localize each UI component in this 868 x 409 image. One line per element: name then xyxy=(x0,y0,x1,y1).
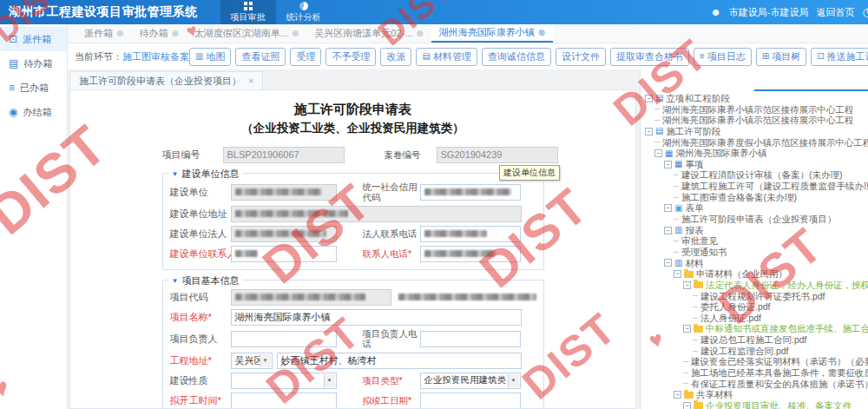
tree-node[interactable]: 湖州海亮国际康养度假小镇示范区接待展示中心工程 xyxy=(641,137,868,148)
document-tab[interactable]: 湖州海亮国际康养小镇 ⊗ xyxy=(431,24,553,43)
toolbar-button[interactable]: ≡ 项目日志 xyxy=(694,48,752,66)
tree-node[interactable]: − ▤ 立项和工程阶段 xyxy=(641,93,868,104)
right-panel-tab[interactable] xyxy=(754,69,868,91)
expand-icon[interactable]: − xyxy=(683,402,691,409)
document-tab[interactable]: 待办箱 ⊗ xyxy=(131,24,186,43)
sidebar-item[interactable]: ▤ 待办箱 xyxy=(0,51,67,76)
type-select[interactable]: 企业投资民用建筑类▾ xyxy=(420,373,521,389)
toolbar-button[interactable]: 提取审查合格书 xyxy=(610,48,689,66)
legal-phone-input[interactable] xyxy=(420,226,521,242)
tree-node[interactable]: 有保证工程质量和安全的具体措施（承诺书）（必要）（建筑工 xyxy=(641,379,868,390)
expand-icon[interactable]: − xyxy=(683,281,691,289)
phase-icon: ▤ xyxy=(655,94,663,102)
tree-node[interactable]: − 中标通知书或直接发包批准手续、施工合同（必要）（建筑工 xyxy=(641,323,868,334)
sidebar-item[interactable]: ◉ 办结箱 xyxy=(0,100,67,124)
right-panel-tab[interactable] xyxy=(641,69,754,91)
tree-node[interactable]: − 企业投资项目审批、核准、备案文件 xyxy=(641,400,868,409)
tree-node[interactable]: 施工场地已经基本具备施工条件，需要征收房屋的，其进度符合 xyxy=(641,367,868,379)
contact-input[interactable] xyxy=(231,246,337,262)
toolbar-button[interactable]: 设计文件 xyxy=(556,48,606,66)
project-name-input[interactable]: 湖州海亮国际康养小镇 xyxy=(231,309,522,326)
close-icon[interactable]: ⊗ xyxy=(171,29,178,38)
start-date-input[interactable] xyxy=(231,393,337,409)
expand-icon[interactable]: − xyxy=(674,391,681,399)
toolbar-button[interactable]: 不予受理 xyxy=(326,48,376,66)
tree-node[interactable]: 建设工程规划许可证委托书.pdf xyxy=(641,291,868,302)
tree-node[interactable]: − ▦ 事项 xyxy=(641,159,868,170)
leader-phone-input[interactable] xyxy=(420,331,521,347)
unit-legal-input[interactable] xyxy=(231,226,337,242)
tree-node[interactable]: − ▣ 表单 xyxy=(641,202,868,214)
toolbar-button[interactable]: ⊞ 项目树 xyxy=(756,48,806,66)
home-link[interactable]: 返回首页 xyxy=(817,6,855,19)
redacted-value xyxy=(235,250,258,257)
expand-icon[interactable]: − xyxy=(664,204,672,212)
project-code-input[interactable] xyxy=(231,289,391,306)
document-tab[interactable]: 派件箱 ⊗ xyxy=(76,24,131,43)
toolbar-button[interactable]: ▥ 地图 xyxy=(189,48,231,66)
site-input[interactable]: 妙西镇王村村、杨湾村 xyxy=(277,353,522,369)
credit-code-input[interactable] xyxy=(420,184,521,201)
tree-node[interactable]: − 共享材料 xyxy=(641,389,868,400)
contact-phone-input[interactable] xyxy=(420,246,521,262)
folder-icon xyxy=(694,402,703,409)
tree-node[interactable]: 施工图审查合格备案(未办理) xyxy=(641,192,868,203)
tree-node[interactable]: 建筑工程施工许可（建设工程质量监督手续办理）(未办理) xyxy=(641,181,868,192)
tree-node[interactable]: 建设总包工程施工合同.pdf xyxy=(641,334,868,346)
expand-icon[interactable]: − xyxy=(674,270,681,278)
expand-icon[interactable]: − xyxy=(645,95,653,102)
document-tab[interactable]: 吴兴区南塘漾单元02-... ⊗ xyxy=(306,24,431,43)
tree-node[interactable]: 湖州海亮国际康养小镇示范区接待展示中心工程 xyxy=(641,104,868,115)
sidebar-item[interactable]: ≡ 已办箱 xyxy=(0,76,67,100)
unit-address-input[interactable] xyxy=(231,206,522,222)
toolbar-button[interactable]: 查询诚信信息 xyxy=(482,48,551,66)
tree-node[interactable]: 法人身份证.pdf xyxy=(641,313,868,324)
top-menu-item[interactable]: 统计分析 xyxy=(276,0,332,24)
tree-node[interactable]: 审批意见 xyxy=(641,235,868,247)
tree-node[interactable]: 受理通知书 xyxy=(641,247,868,258)
tree-node[interactable]: 建设工程消防设计审核（备案）(未办理) xyxy=(641,169,868,181)
expand-icon[interactable]: − xyxy=(654,149,662,157)
tree-node[interactable]: − 申请材料（企业民用） xyxy=(641,268,868,280)
leader-input[interactable] xyxy=(231,331,337,347)
tree-node[interactable]: − 法定代表人身份证，经办人身份证，授权委托书 xyxy=(641,280,868,291)
current-step-link[interactable]: 施工图审核备案 xyxy=(122,51,189,62)
todo-icon: ▤ xyxy=(9,58,18,69)
tree-node[interactable]: 施工许可阶段申请表（企业投资项目） xyxy=(641,214,868,225)
tree-node[interactable]: 建设资金已经落实证明材料（承诺书）（必要）（建筑工程施工 xyxy=(641,356,868,367)
toolbar-button[interactable]: 改派 xyxy=(380,48,411,66)
case-no-input[interactable]: SG201904239 xyxy=(437,147,558,163)
close-icon[interactable]: ⊗ xyxy=(116,29,123,38)
close-icon[interactable]: ⊗ xyxy=(416,29,423,38)
document-tab[interactable]: 太湖度假区滨湖南单... ⊗ xyxy=(187,24,307,43)
form-tab[interactable]: 施工许可阶段申请表（企业投资项目） × xyxy=(69,71,263,89)
tree-node[interactable]: 委托人身份证.pdf xyxy=(641,301,868,313)
expand-icon[interactable]: − xyxy=(664,161,672,168)
expand-icon[interactable]: − xyxy=(664,227,672,234)
toolbar-button[interactable]: ▤ 材料管理 xyxy=(416,48,477,66)
district-select[interactable]: 吴兴区▾ xyxy=(231,353,273,369)
end-date-input[interactable] xyxy=(420,393,521,409)
top-menu-item[interactable]: 项目审批 xyxy=(220,0,276,24)
toolbar-button[interactable]: 查看证照 xyxy=(235,48,286,66)
expand-icon[interactable]: − xyxy=(645,128,653,135)
project-no-input[interactable]: BLSP201906067 xyxy=(223,147,345,163)
tree-node[interactable]: − ▥ 材料 xyxy=(641,258,868,269)
tree-node[interactable]: 湖州海亮国际康养小镇示范区接待展示中心工程 xyxy=(641,115,868,126)
collapse-icon[interactable]: ▼ xyxy=(172,277,179,285)
sidebar-item[interactable]: ⊡ 派件箱 xyxy=(0,27,67,51)
close-icon[interactable]: ⊗ xyxy=(538,28,545,37)
unit-input[interactable] xyxy=(231,184,337,201)
toolbar-button[interactable]: ⊡ 推送施工许可数 xyxy=(811,48,868,66)
tree-node[interactable]: 建设工程监理合同.pdf xyxy=(641,346,868,357)
expand-icon[interactable]: − xyxy=(664,259,672,267)
tree-node[interactable]: − ▤ 施工许可阶段 xyxy=(641,126,868,137)
close-icon[interactable]: ⊗ xyxy=(292,29,299,38)
expand-icon[interactable]: − xyxy=(683,325,691,333)
nature-select[interactable]: ▾ xyxy=(231,373,337,389)
toolbar-button[interactable]: 受理 xyxy=(290,48,321,66)
tree-node[interactable]: − ▦ 湖州海亮国际康养小镇 xyxy=(641,148,868,159)
tree-node[interactable]: − ▥ 报表 xyxy=(641,225,868,236)
close-icon[interactable]: × xyxy=(248,76,253,86)
collapse-icon[interactable]: ▼ xyxy=(172,170,179,178)
